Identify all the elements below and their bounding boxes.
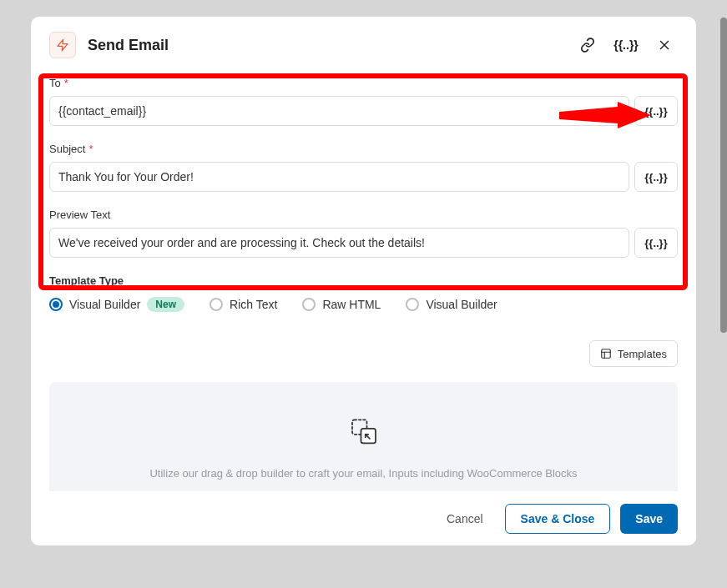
variables-icon[interactable]: {{..}} (613, 32, 639, 58)
to-input[interactable] (49, 96, 629, 126)
to-label: To* (49, 77, 678, 89)
subject-variables-button[interactable]: {{..}} (634, 162, 678, 192)
svg-rect-9 (361, 429, 376, 444)
template-type-heading: Template Type (49, 274, 678, 287)
radio-indicator (302, 298, 316, 311)
radio-indicator (210, 298, 223, 311)
cancel-button[interactable]: Cancel (435, 504, 495, 534)
modal-body: To* {{..}} Subject* {{..}} (31, 70, 696, 491)
required-indicator: * (64, 77, 68, 89)
page-title: Send Email (88, 37, 169, 54)
templates-icon (600, 348, 612, 359)
new-badge: New (147, 297, 184, 312)
lightning-icon (49, 32, 76, 58)
close-icon[interactable] (651, 32, 678, 58)
radio-indicator (49, 298, 63, 311)
radio-rich-text[interactable]: Rich Text (210, 298, 277, 311)
preview-label: Preview Text (49, 209, 678, 221)
templates-button[interactable]: Templates (589, 340, 678, 367)
template-type-radios: Visual Builder New Rich Text Raw HTML Vi… (49, 297, 678, 312)
svg-rect-5 (602, 349, 611, 359)
subject-input[interactable] (49, 162, 629, 192)
scrollbar[interactable] (720, 18, 727, 333)
modal-footer: Cancel Save & Close Save (31, 491, 696, 545)
preview-input[interactable] (49, 228, 629, 258)
radio-visual-builder[interactable]: Visual Builder New (49, 297, 184, 312)
radio-indicator (406, 298, 419, 311)
preview-variables-button[interactable]: {{..}} (634, 228, 678, 258)
svg-marker-0 (58, 39, 68, 50)
drag-drop-icon (346, 415, 381, 454)
radio-raw-html[interactable]: Raw HTML (302, 298, 381, 311)
canvas-helper-text: Utilize our drag & drop builder to craft… (149, 467, 577, 480)
save-close-button[interactable]: Save & Close (505, 504, 611, 534)
required-indicator: * (88, 143, 93, 155)
link-icon[interactable] (574, 32, 601, 58)
subject-field: Subject* {{..}} (49, 143, 678, 192)
send-email-modal: Send Email {{..}} (31, 17, 696, 545)
save-button[interactable]: Save (620, 504, 678, 534)
radio-visual-builder-2[interactable]: Visual Builder (406, 298, 497, 311)
modal-header: Send Email {{..}} (31, 17, 696, 70)
to-field: To* {{..}} (49, 77, 678, 126)
to-variables-button[interactable]: {{..}} (634, 96, 678, 126)
subject-label: Subject* (49, 143, 678, 155)
builder-canvas[interactable]: Utilize our drag & drop builder to craft… (49, 382, 678, 491)
preview-field: Preview Text {{..}} (49, 209, 678, 258)
